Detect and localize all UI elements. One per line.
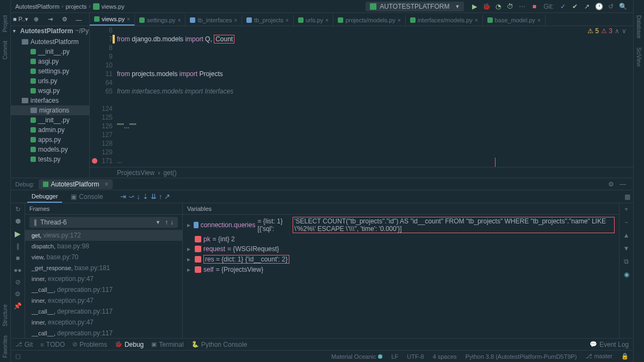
step-into-my-icon[interactable]: ⇣ — [143, 192, 148, 201]
debugger-tab[interactable]: Debugger — [27, 191, 62, 203]
tree-item[interactable]: AutotestPlatform — [11, 37, 89, 47]
new-watch-icon[interactable]: + — [624, 205, 628, 213]
hex-icon[interactable]: ⬢ — [15, 217, 21, 225]
copy-icon[interactable]: ⧉ — [624, 258, 629, 265]
hide-icon[interactable]: — — [75, 15, 83, 24]
tree-item[interactable]: urls.py — [11, 76, 89, 86]
editor-tab[interactable]: tb_interfaces× — [185, 15, 242, 26]
database-tool[interactable]: Database — [636, 15, 642, 39]
stack-frame[interactable]: dispatch, base.py:98 — [25, 241, 182, 252]
structure-tool[interactable]: Structure — [2, 304, 8, 327]
stack-frame[interactable]: __call__, deprecation.py:117 — [25, 284, 182, 295]
close-icon[interactable]: × — [104, 180, 108, 188]
stack-frame[interactable]: __call__, deprecation.py:117 — [25, 328, 182, 338]
close-icon[interactable]: × — [234, 17, 237, 23]
up-icon[interactable]: ▲ — [623, 232, 630, 239]
breadcrumb-file[interactable]: views.py — [102, 3, 125, 10]
console-tab[interactable]: ▣Console — [66, 191, 107, 203]
coverage-button[interactable]: ◔ — [494, 2, 503, 11]
debug-tab[interactable]: 🐞 Debug — [115, 341, 144, 348]
favorites-tool[interactable]: Favorites — [2, 335, 8, 358]
todo-tab[interactable]: ≡ TODO — [40, 341, 65, 348]
next-frame-icon[interactable]: ↓ — [170, 219, 174, 226]
tree-item[interactable]: asgi.py — [11, 57, 89, 66]
editor-tab[interactable]: settings.py× — [135, 15, 185, 26]
indent[interactable]: 4 spaces — [432, 353, 456, 360]
variable-row[interactable]: ▸request = {WSGIRequest} — [183, 244, 619, 254]
stack-frame[interactable]: inner, exception.py:47 — [25, 295, 182, 306]
pause-icon[interactable]: ∥ — [16, 242, 20, 250]
settings-icon[interactable]: ⚙ — [60, 15, 69, 24]
view-breakpoints-icon[interactable]: ●● — [14, 266, 22, 274]
tree-item[interactable]: tests.py — [11, 154, 89, 164]
expand-icon[interactable]: ▸ — [187, 245, 193, 253]
close-icon[interactable]: × — [475, 17, 478, 23]
variable-row[interactable]: ▸res = {dict: 1} {'id__count': 2} — [183, 254, 619, 265]
eventlog-tab[interactable]: 💬 Event Log — [590, 341, 629, 348]
editor-tab[interactable]: urls.py× — [294, 15, 333, 26]
close-icon[interactable]: × — [178, 17, 181, 23]
breadcrumb-project[interactable]: AutotestPlatform — [15, 3, 59, 10]
tree-item[interactable]: interfaces — [11, 96, 89, 105]
project-tool[interactable]: Project — [2, 15, 8, 32]
watches-icon[interactable]: ◉ — [624, 271, 629, 278]
collapse-icon[interactable]: ⇥ — [46, 15, 55, 24]
variable-row[interactable]: pk = {int} 2 — [183, 234, 619, 244]
editor-tab[interactable]: base_model.py× — [483, 15, 546, 26]
commit-button[interactable]: ✔ — [571, 2, 579, 11]
stack-frame[interactable]: __call__, deprecation.py:117 — [25, 306, 182, 317]
expand-icon[interactable]: ▸ — [187, 221, 191, 229]
debug-hide-icon[interactable]: — — [618, 180, 627, 189]
stack-frame[interactable]: _get_response, base.py:181 — [25, 263, 182, 273]
breadcrumb-folder[interactable]: projects — [66, 3, 87, 10]
down-icon[interactable]: ▼ — [623, 245, 630, 252]
tree-item[interactable]: __init__.py — [11, 47, 89, 57]
sciview-tool[interactable]: SciView — [636, 47, 642, 66]
breakpoint-icon[interactable] — [92, 158, 97, 164]
project-root[interactable]: ▾ AutotestPlatform~/Py — [11, 26, 89, 36]
run-to-cursor-icon[interactable]: ↗ — [164, 192, 170, 201]
breadcrumb-fn[interactable]: get() — [163, 169, 177, 177]
debug-config-tab[interactable]: AutotestPlatform × — [39, 179, 113, 189]
problems-tab[interactable]: ⊘ Problems — [72, 341, 107, 348]
stop-button[interactable]: ■ — [530, 2, 538, 11]
pin-icon[interactable]: 📌 — [14, 302, 22, 310]
next-highlight-icon[interactable]: ∨ — [622, 27, 627, 35]
expand-icon[interactable]: ▸ — [187, 266, 193, 273]
close-icon[interactable]: × — [325, 17, 329, 23]
run-button[interactable]: ▶ — [470, 2, 479, 11]
variable-row[interactable]: ▸connection.queries = {list: 1} [{'sql':… — [183, 216, 619, 234]
stack-frame[interactable]: get, views.py:172 — [25, 230, 182, 241]
remove-watch-icon[interactable]: − — [624, 219, 628, 226]
profile-button[interactable]: ⏱ — [506, 2, 515, 11]
history-button[interactable]: 🕐 — [595, 2, 603, 11]
stack-frame[interactable]: inner, exception.py:47 — [25, 317, 182, 328]
tree-item[interactable]: wsgi.py — [11, 86, 89, 96]
tree-item[interactable]: admin.py — [11, 125, 89, 135]
resume-icon[interactable]: ▶ — [15, 229, 21, 238]
pyconsole-tab[interactable]: 🐍 Python Console — [191, 341, 247, 348]
stack-frame[interactable]: inner, exception.py:47 — [25, 273, 182, 284]
editor-tab[interactable]: views.py× — [90, 14, 135, 26]
show-exec-point-icon[interactable]: ⇥ — [120, 192, 126, 201]
close-icon[interactable]: × — [537, 17, 541, 23]
terminal-tab[interactable]: ▣ Terminal — [151, 341, 183, 348]
error-indicator[interactable]: ⚠ 3 — [601, 27, 612, 35]
editor-tab[interactable]: tb_projects× — [242, 15, 294, 26]
search-button[interactable]: 🔍 — [618, 2, 627, 11]
encoding[interactable]: UTF-8 — [407, 353, 424, 360]
tree-item[interactable]: models.py — [11, 145, 89, 154]
git-branch[interactable]: ⎇ master — [585, 353, 612, 360]
scope-icon[interactable]: ⊕ — [32, 15, 41, 24]
lock-icon[interactable]: 🔒 — [621, 353, 629, 360]
attach-button[interactable]: ⋯ — [518, 2, 527, 11]
layout-icon[interactable]: ▦ — [623, 192, 631, 201]
tree-item[interactable]: settings.py — [11, 66, 89, 76]
stack-frame[interactable]: view, base.py:70 — [25, 252, 182, 263]
force-step-icon[interactable]: ⇊ — [151, 192, 157, 201]
variable-row[interactable]: ▸self = {ProjectsView} — [183, 265, 619, 274]
tree-item[interactable]: migrations — [11, 105, 89, 115]
prev-highlight-icon[interactable]: ∧ — [615, 27, 620, 35]
debug-button[interactable]: 🐞 — [482, 2, 491, 11]
breadcrumb-class[interactable]: ProjectsView — [117, 169, 154, 177]
